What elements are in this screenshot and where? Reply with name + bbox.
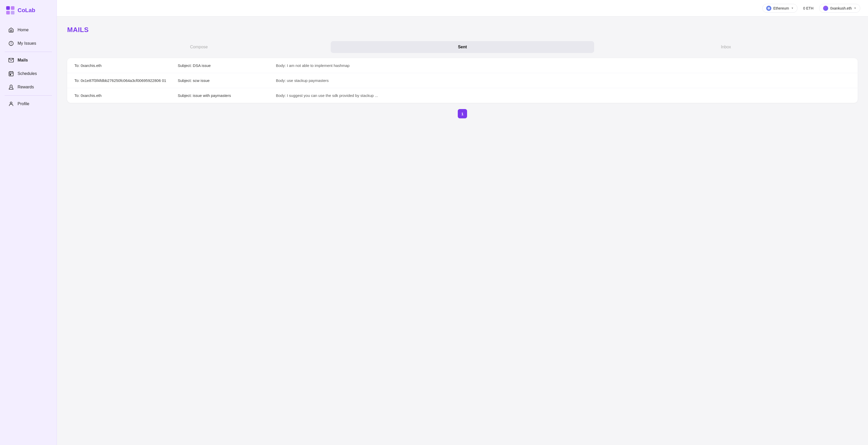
sidebar-item-schedules-label: Schedules [18, 71, 37, 76]
mail-subject: Subject: issue with paymasters [178, 93, 276, 98]
sidebar-item-mails[interactable]: Mails [2, 54, 55, 66]
sidebar-item-home-label: Home [18, 28, 29, 32]
tab-compose[interactable]: Compose [67, 41, 331, 53]
network-selector[interactable]: Ethereum ▼ [762, 4, 798, 13]
eth-balance: 0 ETH [802, 6, 815, 10]
table-row[interactable]: To: 0x1e87f3f4fdbb276250fc064a3cf0069592… [67, 73, 858, 88]
svg-rect-0 [6, 6, 10, 10]
svg-point-15 [768, 7, 770, 9]
home-icon [8, 27, 14, 33]
svg-point-14 [10, 102, 12, 104]
schedules-icon [8, 71, 14, 77]
svg-rect-1 [11, 6, 14, 10]
sidebar-item-profile-label: Profile [18, 101, 29, 106]
rewards-icon [8, 84, 14, 90]
network-label: Ethereum [773, 6, 789, 10]
svg-rect-2 [6, 11, 10, 14]
page-title: MAILS [67, 26, 858, 34]
account-label: 0xankush.eth [830, 6, 852, 10]
svg-rect-8 [9, 72, 13, 76]
profile-icon [8, 101, 14, 107]
sidebar-item-my-issues-label: My Issues [18, 41, 36, 46]
account-selector[interactable]: 0xankush.eth ▼ [819, 4, 860, 13]
svg-rect-12 [10, 74, 11, 75]
page-1-button[interactable]: 1 [458, 109, 467, 118]
account-chevron-icon: ▼ [854, 7, 857, 9]
mail-body: Body: I am not able to implement hashmap [276, 63, 850, 68]
logo-text: CoLab [18, 7, 35, 14]
tabs: Compose Sent Inbox [67, 41, 858, 53]
network-icon [766, 6, 771, 11]
sidebar: CoLab Home My Issues [0, 0, 57, 445]
sidebar-item-mails-label: Mails [18, 58, 28, 63]
pagination: 1 [67, 109, 858, 118]
mail-body: Body: I suggest you can use the sdk prov… [276, 93, 850, 98]
main: Ethereum ▼ 0 ETH 0xankush.eth ▼ MAILS Co… [57, 0, 868, 445]
mail-to: To: 0xarchis.eth [74, 63, 178, 68]
sidebar-item-rewards-label: Rewards [18, 85, 34, 89]
sidebar-item-schedules[interactable]: Schedules [2, 67, 55, 80]
issues-icon [8, 40, 14, 46]
colab-logo-icon [6, 6, 15, 15]
mail-to: To: 0xarchis.eth [74, 93, 178, 98]
sidebar-divider-1 [5, 52, 52, 52]
mail-subject: Subject: DSA issue [178, 63, 276, 68]
sidebar-item-rewards[interactable]: Rewards [2, 81, 55, 93]
mail-to: To: 0x1e87f3f4fdbb276250fc064a3cf0069592… [74, 78, 178, 83]
sidebar-item-home[interactable]: Home [2, 24, 55, 36]
table-row[interactable]: To: 0xarchis.eth Subject: DSA issue Body… [67, 58, 858, 73]
mails-icon [8, 57, 14, 63]
sidebar-item-my-issues[interactable]: My Issues [2, 37, 55, 50]
sidebar-divider-2 [5, 95, 52, 96]
tab-sent[interactable]: Sent [331, 41, 594, 53]
mail-list: To: 0xarchis.eth Subject: DSA issue Body… [67, 58, 858, 103]
svg-rect-3 [11, 11, 14, 14]
sidebar-nav: Home My Issues Mails [0, 21, 57, 445]
network-chevron-icon: ▼ [791, 7, 794, 9]
svg-point-13 [10, 85, 12, 87]
topbar: Ethereum ▼ 0 ETH 0xankush.eth ▼ [57, 0, 868, 17]
mail-subject: Subject: scw issue [178, 78, 276, 83]
mail-body: Body: use stackup paymasters [276, 78, 850, 83]
sidebar-item-profile[interactable]: Profile [2, 98, 55, 110]
page-content: MAILS Compose Sent Inbox To: 0xarchis.et… [57, 17, 868, 445]
table-row[interactable]: To: 0xarchis.eth Subject: issue with pay… [67, 88, 858, 103]
tab-inbox[interactable]: Inbox [594, 41, 858, 53]
avatar [823, 6, 828, 11]
logo[interactable]: CoLab [0, 0, 57, 21]
